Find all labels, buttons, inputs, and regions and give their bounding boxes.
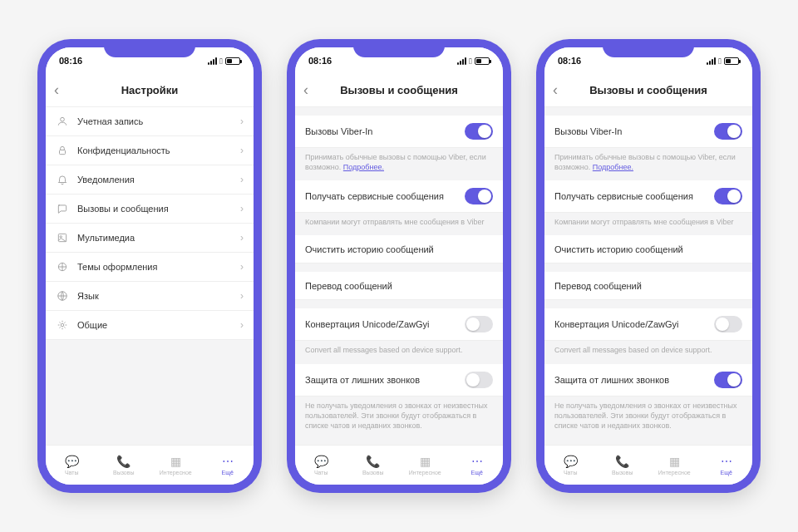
wifi-icon: 􀙇: [469, 57, 472, 66]
signal-icon: [457, 57, 466, 65]
tab-calls[interactable]: 📞Вызовы: [347, 446, 400, 485]
row-spam-protection[interactable]: Защита от лишних звонков: [295, 364, 503, 397]
desc-viber-in: Принимать обычные вызовы с помощью Viber…: [295, 148, 503, 180]
tab-calls[interactable]: 📞Вызовы: [597, 446, 649, 485]
battery-icon: [724, 57, 739, 65]
chevron-right-icon: ›: [240, 319, 244, 331]
svg-point-0: [61, 117, 65, 121]
svg-rect-1: [60, 150, 66, 154]
row-unicode[interactable]: Конвертация Unicode/ZawGyi: [544, 308, 752, 341]
tab-more[interactable]: ⋯Ещё: [701, 446, 753, 485]
page-title: Вызовы и сообщения: [303, 84, 495, 96]
lock-icon: [56, 144, 69, 157]
battery-icon: [225, 57, 240, 65]
settings-item-privacy[interactable]: Конфиденциальность ›: [46, 136, 254, 165]
tabbar: 💬Чаты 📞Вызовы ▦Интересное ⋯Ещё: [295, 445, 503, 485]
toggle-spam-protection[interactable]: [465, 372, 493, 388]
chevron-right-icon: ›: [240, 290, 244, 302]
settings-item-media[interactable]: Мультимедиа ›: [46, 224, 254, 253]
tab-chats[interactable]: 💬Чаты: [295, 446, 347, 485]
tab-explore[interactable]: ▦Интересное: [648, 446, 701, 485]
chevron-right-icon: ›: [240, 174, 244, 185]
row-unicode[interactable]: Конвертация Unicode/ZawGyi: [295, 308, 503, 341]
tab-chats[interactable]: 💬Чаты: [544, 446, 597, 485]
chat-icon: 💬: [65, 455, 79, 468]
settings-item-account[interactable]: Учетная запись ›: [46, 107, 254, 136]
svg-point-6: [61, 323, 64, 327]
notch: [603, 39, 694, 57]
row-service-msgs[interactable]: Получать сервисные сообщения: [544, 180, 752, 213]
more-icon: ⋯: [721, 455, 732, 468]
chevron-right-icon: ›: [240, 232, 244, 244]
wifi-icon: 􀙇: [219, 57, 223, 66]
settings-item-notifications[interactable]: Уведомления ›: [46, 165, 254, 195]
tabbar: 💬Чаты 📞Вызовы ▦Интересное ⋯Ещё: [46, 445, 254, 485]
row-spam-protection[interactable]: Защита от лишних звонков: [544, 364, 752, 397]
phone-mockup-2: 08:16 􀙇 ‹ Вызовы и сообщения Вызовы Vibe…: [287, 39, 511, 493]
notch: [104, 39, 195, 57]
grid-icon: ▦: [170, 455, 181, 468]
settings-item-general[interactable]: Общие ›: [46, 311, 254, 340]
tab-more[interactable]: ⋯Ещё: [202, 446, 254, 485]
tab-explore[interactable]: ▦Интересное: [399, 446, 451, 485]
chevron-right-icon: ›: [240, 203, 244, 214]
notch: [353, 39, 445, 57]
chat-icon: 💬: [564, 455, 578, 468]
desc-service-msgs: Компании могут отправлять мне сообщения …: [295, 213, 503, 235]
row-viber-in[interactable]: Вызовы Viber-In: [295, 116, 503, 148]
toggle-unicode[interactable]: [714, 316, 742, 332]
status-time: 08:16: [558, 56, 581, 66]
phone-mockup-3: 08:16 􀙇 ‹ Вызовы и сообщения Вызовы Vibe…: [536, 39, 761, 493]
grid-icon: ▦: [420, 455, 431, 468]
link-more[interactable]: Подробнее.: [593, 163, 633, 171]
link-more[interactable]: Подробнее.: [343, 163, 384, 171]
signal-icon: [208, 57, 217, 65]
gear-icon: [56, 318, 69, 332]
toggle-viber-in[interactable]: [714, 123, 742, 140]
tab-calls[interactable]: 📞Вызовы: [98, 446, 150, 485]
chat-icon: [56, 202, 69, 215]
phone-icon: 📞: [366, 455, 380, 468]
toggle-unicode[interactable]: [465, 316, 493, 332]
svg-point-3: [60, 236, 62, 238]
user-icon: [56, 115, 69, 128]
page-title: Вызовы и сообщения: [553, 84, 744, 96]
row-clear-history[interactable]: Очистить историю сообщений: [544, 235, 752, 264]
page-title: Настройки: [54, 84, 245, 96]
desc-service-msgs: Компании могут отправлять мне сообщения …: [544, 213, 752, 235]
header: ‹ Настройки: [46, 74, 254, 107]
row-translate[interactable]: Перевод сообщений: [544, 272, 752, 300]
desc-unicode: Convert all messages based on device sup…: [544, 341, 752, 363]
desc-spam-protection: Не получать уведомления о звонках от неи…: [544, 397, 752, 439]
tab-explore[interactable]: ▦Интересное: [150, 446, 202, 485]
phone-icon: 📞: [116, 455, 131, 468]
settings-item-calls-messages[interactable]: Вызовы и сообщения ›: [46, 195, 254, 224]
toggle-service-msgs[interactable]: [465, 188, 493, 204]
toggle-viber-in[interactable]: [465, 123, 493, 140]
tab-chats[interactable]: 💬Чаты: [46, 446, 98, 485]
settings-item-themes[interactable]: Темы оформления ›: [46, 253, 254, 282]
row-viber-in[interactable]: Вызовы Viber-In: [544, 116, 752, 148]
row-service-msgs[interactable]: Получать сервисные сообщения: [295, 180, 503, 213]
media-icon: [56, 231, 69, 244]
chevron-right-icon: ›: [240, 145, 244, 156]
desc-viber-in: Принимать обычные вызовы с помощью Viber…: [544, 148, 752, 180]
tabbar: 💬Чаты 📞Вызовы ▦Интересное ⋯Ещё: [544, 445, 752, 485]
header: ‹ Вызовы и сообщения: [295, 74, 503, 107]
theme-icon: [56, 260, 69, 273]
status-time: 08:16: [59, 56, 82, 66]
phone-icon: 📞: [615, 455, 629, 468]
globe-icon: [56, 289, 69, 303]
status-time: 08:16: [308, 56, 332, 66]
toggle-service-msgs[interactable]: [714, 188, 742, 204]
chat-icon: 💬: [314, 455, 328, 468]
tab-more[interactable]: ⋯Ещё: [451, 446, 504, 485]
settings-item-language[interactable]: Язык ›: [46, 282, 254, 311]
row-clear-history[interactable]: Очистить историю сообщений: [295, 235, 503, 264]
chevron-right-icon: ›: [240, 116, 244, 127]
row-translate[interactable]: Перевод сообщений: [295, 272, 503, 300]
toggle-spam-protection[interactable]: [714, 372, 742, 388]
desc-unicode: Convert all messages based on device sup…: [295, 341, 503, 363]
wifi-icon: 􀙇: [718, 57, 722, 66]
grid-icon: ▦: [669, 455, 680, 468]
